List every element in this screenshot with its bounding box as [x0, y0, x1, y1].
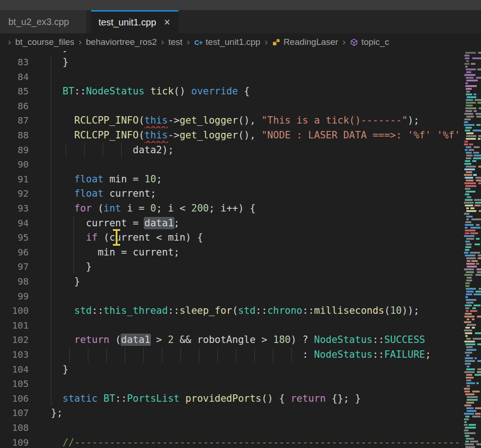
code-line-95: 95 if (current < min) {: [0, 230, 463, 245]
minimap-row: [476, 124, 481, 126]
code-line-91: 91 float min = 10;: [0, 172, 463, 187]
minimap-row: [464, 413, 474, 415]
minimap-row: [464, 141, 468, 143]
minimap-row: [464, 252, 469, 254]
minimap-row: [470, 227, 481, 229]
line-number: 95: [0, 230, 29, 245]
minimap-row: [465, 313, 472, 315]
minimap-row: [465, 130, 470, 131]
minimap-row: [465, 427, 476, 429]
minimap-row: [465, 82, 468, 84]
minimap-row: [475, 291, 481, 292]
chevron-right-icon: ›: [342, 36, 345, 47]
minimap-row: [465, 221, 471, 223]
minimap-row: [464, 388, 470, 390]
minimap-row: [477, 371, 481, 373]
minimap-row: [464, 429, 468, 431]
minimap-row: [471, 63, 475, 65]
line-number: 96: [0, 245, 29, 260]
line-text: : NodeStatus::FAILURE;: [29, 348, 431, 362]
breadcrumb-item-test[interactable]: test: [168, 37, 183, 47]
breadcrumb-item-behaviortree_ros2[interactable]: behaviortree_ros2: [86, 37, 157, 47]
cpp-symbol-icon: C+: [194, 38, 203, 47]
minimap-row: [465, 224, 474, 226]
minimap-row: [466, 166, 475, 168]
minimap-row: [478, 166, 481, 168]
code-line-105: 105: [0, 377, 463, 392]
line-text: RCLCPP_INFO(this->get_logger(), "NODE : …: [29, 128, 460, 143]
minimap-row: [465, 66, 468, 68]
code-line-84: 84: [0, 70, 463, 85]
line-text: float current;: [29, 187, 156, 201]
minimap-row: [477, 271, 481, 273]
minimap-row: [469, 424, 476, 426]
minimap-row: [465, 363, 470, 365]
minimap-row: [473, 152, 479, 154]
indent-guide: [217, 348, 218, 362]
chevron-right-icon: ›: [187, 36, 190, 47]
indent-guide: [51, 289, 51, 304]
code-line-88: 88 RCLCPP_INFO(this->get_logger(), "NODE…: [0, 128, 463, 143]
minimap-row: [476, 268, 481, 270]
code-line-92: 92 float current;: [0, 187, 463, 201]
indent-guide: [51, 216, 51, 231]
minimap-row: [474, 305, 481, 306]
line-text: }: [29, 362, 68, 377]
minimap-row: [465, 246, 472, 248]
minimap-row: [465, 177, 473, 179]
minimap-row: [464, 235, 475, 237]
line-number: 85: [0, 84, 29, 99]
indent-guide: [236, 348, 236, 362]
line-number: 91: [0, 172, 29, 187]
minimap-row: [472, 391, 480, 392]
indent-guide: [51, 128, 51, 143]
code-line-96: 96 min = current;: [0, 245, 463, 260]
minimap-row: [464, 421, 467, 423]
line-number: 93: [0, 201, 29, 216]
minimap-row: [465, 441, 469, 442]
minimap-row: [466, 355, 469, 356]
minimap-row: [464, 274, 473, 276]
minimap-row: [466, 238, 474, 240]
minimap-row: [465, 241, 470, 243]
minimap-row: [478, 138, 480, 140]
minimap-row: [464, 213, 469, 215]
line-text: RCLCPP_INFO(this->get_logger(), "This is…: [29, 113, 419, 128]
minimap-row: [465, 285, 469, 287]
minimap-row: [466, 257, 476, 259]
line-text: }: [29, 260, 92, 274]
minimap-row: [471, 260, 478, 262]
minimap-row: [466, 180, 474, 181]
breadcrumb-item-ReadingLaser[interactable]: ReadingLaser: [272, 37, 338, 47]
indent-guide: [51, 157, 51, 172]
minimap-row: [466, 60, 469, 62]
indent-guide: [51, 230, 51, 245]
minimap[interactable]: [463, 51, 481, 448]
code-editor[interactable]: 82 }83 }8485 BT::NodeStatus tick() overr…: [0, 0, 481, 448]
line-text: float min = 10;: [29, 172, 162, 187]
breadcrumb-item-test_unit1.cpp[interactable]: C+test_unit1.cpp: [194, 37, 260, 47]
minimap-row: [466, 99, 474, 101]
minimap-row: [465, 360, 475, 362]
indent-guide: [51, 55, 51, 70]
minimap-row: [464, 424, 468, 426]
code-line-104: 104 }: [0, 362, 463, 377]
minimap-row: [470, 310, 477, 312]
minimap-row: [466, 157, 471, 159]
minimap-row: [466, 191, 475, 193]
line-number: 104: [0, 362, 29, 377]
minimap-row: [477, 368, 481, 370]
minimap-row: [476, 443, 481, 445]
minimap-row: [464, 121, 468, 123]
minimap-row: [464, 202, 474, 204]
minimap-row: [466, 146, 471, 148]
minimap-row: [466, 105, 473, 106]
breadcrumb-item-bt_course_files[interactable]: bt_course_files: [15, 37, 74, 47]
minimap-row: [470, 441, 478, 442]
minimap-row: [476, 77, 481, 79]
minimap-row: [464, 74, 475, 76]
minimap-row: [466, 171, 472, 173]
minimap-row: [466, 368, 475, 370]
class-symbol-icon: [272, 38, 281, 47]
breadcrumb-item-topic_c[interactable]: topic_c: [350, 37, 389, 47]
